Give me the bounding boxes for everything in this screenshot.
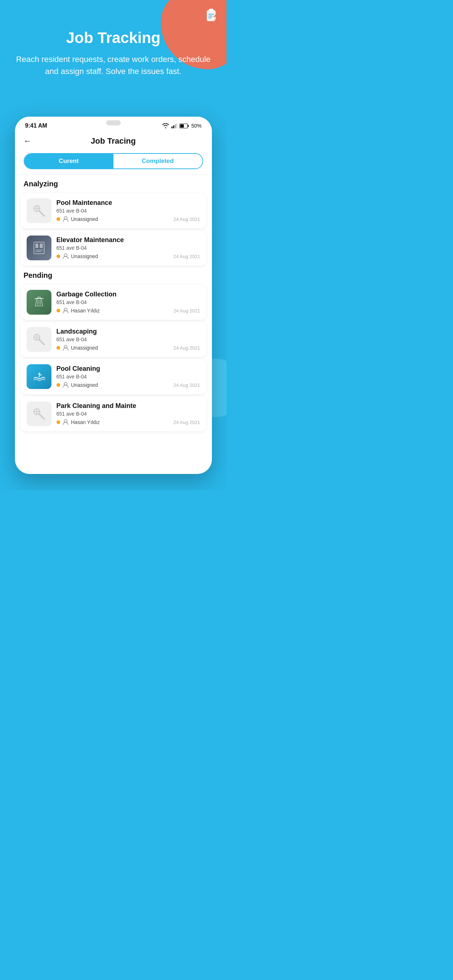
- job-assignee-row: Hasan Yıldız 24 Aug 2021: [57, 307, 200, 314]
- person-icon: [62, 419, 69, 425]
- job-card-garbage-collection[interactable]: Garbage Collection 651 ave B-04 Hasan Yı…: [21, 285, 206, 320]
- back-button[interactable]: ←: [24, 136, 32, 146]
- hero-section: Job Tracking Reach resident requests, cr…: [0, 0, 226, 88]
- assignee-left: Unassigned: [57, 345, 98, 351]
- assignee-left: Hasan Yıldız: [57, 419, 100, 425]
- job-assignee-row: Unassigned 24 Aug 2021: [57, 253, 200, 259]
- section-pending: Pending: [15, 267, 212, 283]
- status-dot: [57, 309, 60, 312]
- job-info-garbage: Garbage Collection 651 ave B-04 Hasan Yı…: [51, 291, 200, 314]
- app-title: Job Tracing: [91, 136, 136, 146]
- svg-rect-3: [208, 16, 213, 16]
- job-name: Garbage Collection: [57, 291, 200, 298]
- job-name: Park Cleaning and Mainte: [57, 402, 200, 410]
- job-name: Pool Cleaning: [57, 365, 200, 372]
- job-info-pool-maintenance: Pool Maintenance 651 ave B-04 Unassigned…: [51, 199, 200, 223]
- svg-rect-8: [173, 126, 174, 128]
- job-address: 651 ave B-04: [57, 374, 200, 380]
- svg-rect-2: [208, 14, 214, 14]
- assignee-name: Hasan Yıldız: [71, 419, 100, 425]
- svg-line-32: [39, 339, 44, 345]
- svg-rect-21: [40, 243, 43, 248]
- section-analyzing: Analyzing: [15, 176, 212, 191]
- job-thumb-pool-cleaning: [27, 364, 51, 389]
- phone-notch: [106, 120, 121, 126]
- tab-current[interactable]: Curent: [24, 154, 113, 169]
- svg-rect-20: [35, 243, 38, 248]
- battery-icon: [179, 124, 189, 128]
- phone-mockup: 9:41 AM 50% ←: [15, 117, 212, 474]
- clipboard-icon: [203, 7, 219, 27]
- app-header: ← Job Tracing: [15, 132, 212, 150]
- assignee-name: Unassigned: [71, 253, 98, 259]
- job-thumb-pool-maintenance: [27, 198, 51, 223]
- job-thumb-landscaping: [27, 327, 51, 352]
- divider-1: [15, 174, 212, 175]
- job-info-elevator: Elevator Maintenance 651 ave B-04 Unassi…: [51, 236, 200, 259]
- job-name: Pool Maintenance: [57, 199, 200, 207]
- assignee-name: Unassigned: [71, 345, 98, 351]
- person-icon: [62, 382, 69, 388]
- svg-rect-13: [188, 125, 189, 127]
- job-address: 651 ave B-04: [57, 411, 200, 417]
- svg-rect-7: [171, 127, 172, 128]
- job-date: 24 Aug 2021: [173, 308, 200, 313]
- job-thumb-garbage: [27, 290, 51, 315]
- job-assignee-row: Unassigned 24 Aug 2021: [57, 345, 200, 351]
- status-time: 9:41 AM: [25, 123, 48, 129]
- job-date: 24 Aug 2021: [173, 254, 200, 259]
- job-address: 651 ave B-04: [57, 299, 200, 305]
- assignee-left: Unassigned: [57, 382, 98, 388]
- assignee-name: Hasan Yıldız: [71, 308, 100, 313]
- person-icon: [62, 216, 69, 223]
- assignee-name: Unassigned: [71, 382, 98, 388]
- job-name: Landscaping: [57, 328, 200, 336]
- job-date: 24 Aug 2021: [173, 216, 200, 222]
- assignee-left: Unassigned: [57, 253, 98, 259]
- job-date: 24 Aug 2021: [173, 420, 200, 425]
- svg-rect-9: [175, 124, 176, 128]
- tabs-container: Curent Completed: [24, 153, 203, 169]
- job-card-elevator-maintenance[interactable]: Elevator Maintenance 651 ave B-04 Unassi…: [21, 231, 206, 266]
- signal-icon: [171, 123, 177, 128]
- job-assignee-row: Unassigned 24 Aug 2021: [57, 216, 200, 223]
- job-thumb-park-cleaning: [27, 401, 51, 426]
- job-date: 24 Aug 2021: [173, 382, 200, 388]
- hero-title: Job Tracking: [14, 29, 212, 47]
- svg-rect-10: [177, 123, 178, 128]
- job-card-pool-cleaning[interactable]: Pool Cleaning 651 ave B-04 Unassigned 24…: [21, 359, 206, 394]
- job-assignee-row: Unassigned 24 Aug 2021: [57, 382, 200, 388]
- person-icon: [62, 345, 69, 351]
- job-assignee-row: Hasan Yıldız 24 Aug 2021: [57, 419, 200, 425]
- job-card-landscaping[interactable]: Landscaping 651 ave B-04 Unassigned 24 A…: [21, 322, 206, 357]
- assignee-left: Hasan Yıldız: [57, 307, 100, 314]
- status-icons: 50%: [162, 123, 201, 129]
- svg-rect-4: [208, 18, 212, 18]
- svg-line-15: [39, 211, 44, 216]
- svg-rect-12: [180, 124, 184, 127]
- status-dot: [57, 346, 60, 350]
- status-dot: [57, 383, 60, 387]
- job-info-landscaping: Landscaping 651 ave B-04 Unassigned 24 A…: [51, 328, 200, 351]
- wifi-icon: [162, 123, 169, 128]
- job-info-pool-cleaning: Pool Cleaning 651 ave B-04 Unassigned 24…: [51, 365, 200, 388]
- battery-text: 50%: [191, 123, 201, 129]
- svg-line-38: [39, 414, 44, 419]
- job-thumb-elevator: [27, 235, 51, 260]
- job-address: 651 ave B-04: [57, 245, 200, 251]
- svg-rect-26: [38, 297, 40, 299]
- job-address: 651 ave B-04: [57, 337, 200, 342]
- assignee-left: Unassigned: [57, 216, 98, 223]
- job-address: 651 ave B-04: [57, 208, 200, 214]
- job-name: Elevator Maintenance: [57, 236, 200, 244]
- job-card-park-cleaning[interactable]: Park Cleaning and Mainte 651 ave B-04 Ha…: [21, 396, 206, 431]
- status-dot: [57, 255, 60, 258]
- tab-completed[interactable]: Completed: [113, 154, 203, 169]
- person-icon: [62, 253, 69, 259]
- job-card-pool-maintenance[interactable]: Pool Maintenance 651 ave B-04 Unassigned…: [21, 193, 206, 228]
- job-info-park-cleaning: Park Cleaning and Mainte 651 ave B-04 Ha…: [51, 402, 200, 425]
- job-date: 24 Aug 2021: [173, 345, 200, 351]
- status-dot: [57, 420, 60, 424]
- hero-subtitle: Reach resident requests, create work ord…: [14, 53, 212, 77]
- person-icon: [62, 307, 69, 314]
